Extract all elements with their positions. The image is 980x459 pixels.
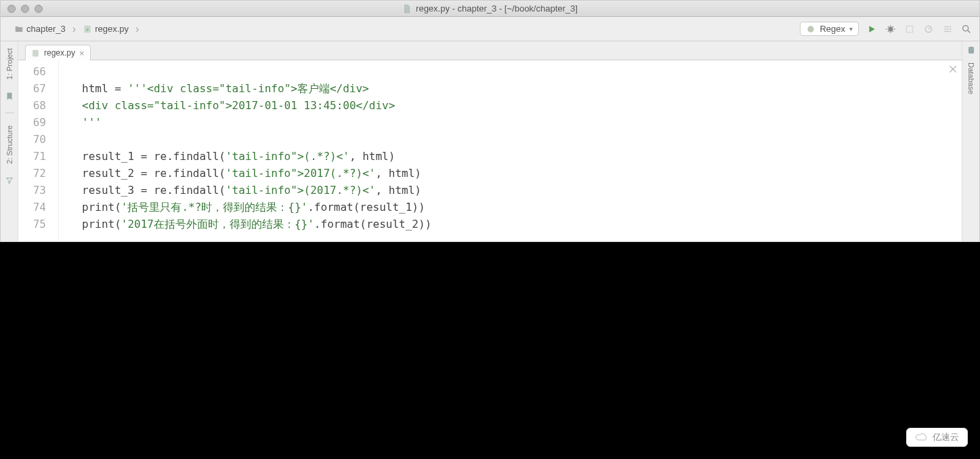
watermark-text: 亿速云 (933, 431, 959, 443)
window-controls (7, 5, 43, 13)
chevron-right-icon: › (72, 24, 76, 35)
svg-point-8 (968, 47, 973, 49)
editor-tab[interactable]: regex.py × (25, 45, 91, 60)
watermark-badge: 亿速云 (906, 428, 968, 447)
folder-icon (14, 24, 24, 34)
toolbar-actions: Regex ▾ (800, 22, 973, 36)
project-tool-button[interactable]: 1: Project (5, 45, 14, 82)
search-everywhere-button[interactable] (960, 23, 973, 35)
structure-tool-button[interactable]: 2: Structure (5, 123, 14, 167)
breadcrumb-item-folder[interactable]: chapter_3 (12, 22, 68, 35)
structure-filter-icon[interactable] (5, 176, 14, 186)
python-icon (806, 24, 815, 34)
chevron-right-icon: › (135, 24, 139, 35)
window-title-text: regex.py - chapter_3 - [~/book/chapter_3… (416, 3, 578, 14)
right-tool-gutter: Database (962, 41, 979, 241)
breadcrumb-item-file[interactable]: p regex.py (80, 22, 131, 35)
project-tool-label: 1: Project (5, 48, 14, 79)
cloud-icon (915, 432, 929, 443)
titlebar: regex.py - chapter_3 - [~/book/chapter_3… (1, 1, 979, 17)
main-area: 1: Project 2: Structure regex.py × (1, 41, 979, 241)
navigation-bar: chapter_3 › p regex.py › Regex ▾ (1, 17, 979, 41)
python-file-icon: p (83, 24, 92, 34)
editor-tabbar: regex.py × (18, 41, 962, 60)
left-tool-gutter: 1: Project 2: Structure (1, 41, 18, 241)
editor-tab-label: regex.py (44, 48, 75, 58)
python-file-icon (31, 49, 40, 58)
run-button[interactable] (866, 23, 878, 35)
close-tab-button[interactable]: × (79, 49, 85, 58)
svg-point-2 (808, 26, 814, 32)
close-window-button[interactable] (7, 5, 16, 13)
editor-area: 66 67 68 69 70 71 72 73 74 75 html = '''… (18, 60, 962, 241)
concurrent-button[interactable] (941, 23, 954, 35)
hide-editor-button[interactable] (948, 64, 958, 76)
fold-gutter (59, 60, 75, 241)
ide-window: regex.py - chapter_3 - [~/book/chapter_3… (0, 0, 980, 242)
breadcrumb-label: regex.py (95, 24, 129, 34)
dropdown-caret-icon: ▾ (849, 25, 853, 33)
svg-point-6 (963, 25, 968, 31)
database-icon (966, 45, 976, 57)
editor-column: regex.py × 66 67 68 69 70 71 72 73 74 75… (18, 41, 962, 241)
svg-rect-4 (906, 26, 912, 32)
database-tool-button[interactable]: Database (967, 60, 975, 97)
bookmarks-icon[interactable] (5, 92, 14, 103)
debug-button[interactable] (885, 23, 897, 35)
svg-rect-7 (33, 49, 39, 56)
code-editor[interactable]: html = '''<div class="tail-info">客户端</di… (75, 60, 962, 241)
window-title: regex.py - chapter_3 - [~/book/chapter_3… (1, 3, 979, 14)
minimize-window-button[interactable] (21, 5, 29, 13)
profile-button[interactable] (922, 23, 935, 35)
run-config-label: Regex (819, 24, 845, 34)
file-icon (402, 4, 412, 14)
breadcrumb-label: chapter_3 (26, 24, 66, 34)
database-tool-label: Database (967, 62, 975, 94)
run-coverage-button[interactable] (903, 23, 916, 35)
breadcrumb: chapter_3 › p regex.py › (12, 22, 140, 35)
svg-text:p: p (87, 27, 89, 31)
structure-tool-label: 2: Structure (5, 125, 14, 164)
run-configuration-dropdown[interactable]: Regex ▾ (800, 22, 859, 36)
maximize-window-button[interactable] (35, 5, 43, 13)
line-number-gutter: 66 67 68 69 70 71 72 73 74 75 (18, 60, 59, 241)
gutter-separator (5, 113, 14, 113)
